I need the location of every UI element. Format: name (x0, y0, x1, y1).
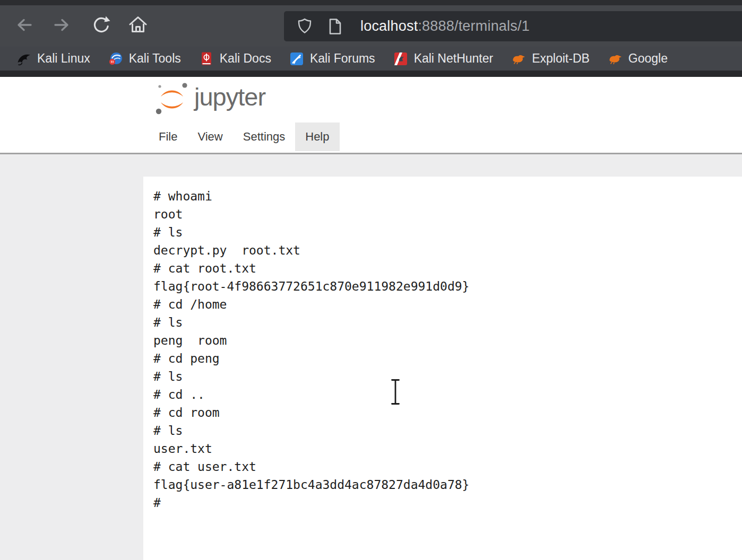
bookmark-label: Google (628, 51, 668, 66)
terminal-line: root (153, 205, 742, 223)
kali-tools-icon (108, 51, 123, 66)
chrome-bottom-strip (0, 71, 742, 77)
jupyter-logo-icon (155, 81, 189, 118)
shield-permissions-icon[interactable] (296, 18, 314, 36)
terminal-line: # cd peng (153, 349, 742, 368)
bookmark-label: Kali Docs (220, 51, 271, 66)
menu-settings[interactable]: Settings (233, 122, 296, 151)
menu-file-label: File (159, 130, 177, 144)
terminal-line-user-flag: flag{user-a81e1f271bc4a3dd4ac87827da4d0a… (153, 476, 742, 494)
url-bar[interactable]: localhost:8888/terminals/1 (284, 11, 742, 41)
forward-arrow-icon (51, 14, 72, 38)
bookmarks-bar: Kali Linux Kali Tools (0, 47, 742, 71)
menu-help-label: Help (305, 130, 329, 144)
browser-chrome: localhost:8888/terminals/1 Kali Linux (0, 0, 742, 77)
terminal-line-root-flag: flag{root-4f98663772651c870e911982e991d0… (153, 277, 742, 295)
home-icon (127, 14, 149, 38)
bookmark-label: Exploit-DB (532, 51, 590, 66)
jupyter-logo[interactable]: jupyter (155, 81, 265, 118)
terminal-line: # cd .. (153, 386, 742, 404)
terminal-line: # ls (153, 422, 742, 440)
menu-view-label: View (197, 130, 222, 144)
menu-file[interactable]: File (149, 122, 187, 151)
terminal-line: peng room (153, 331, 742, 349)
bookmark-label: Kali Tools (129, 51, 181, 66)
kali-dragon-icon (16, 51, 31, 66)
jupyter-header: jupyter File View Settings Help (0, 77, 742, 154)
bookmark-kali-linux[interactable]: Kali Linux (7, 47, 99, 71)
back-arrow-icon (14, 14, 35, 38)
browser-toolbar: localhost:8888/terminals/1 (0, 5, 742, 47)
reload-button[interactable] (87, 12, 115, 40)
terminal-panel[interactable]: # whoami root # ls decrypt.py root.txt #… (143, 177, 742, 560)
kali-forums-icon (289, 51, 304, 66)
terminal-line: # cat root.txt (153, 259, 742, 277)
page-content: # whoami root # ls decrypt.py root.txt #… (0, 154, 742, 560)
bookmark-google-ghdb[interactable]: Google (599, 47, 677, 71)
terminal-line: # whoami (153, 187, 742, 205)
url-host: localhost (360, 18, 418, 34)
terminal-line: # ls (153, 223, 742, 241)
terminal-line: # cd room (153, 404, 742, 422)
menu-settings-label: Settings (243, 130, 286, 144)
bookmark-kali-nethunter[interactable]: Kali NetHunter (384, 47, 503, 71)
terminal-line: user.txt (153, 440, 742, 458)
terminal-line: # ls (153, 313, 742, 331)
bookmark-label: Kali Forums (310, 51, 375, 66)
window-top-strip (0, 0, 742, 5)
reload-icon (90, 14, 111, 38)
terminal-line: # cat user.txt (153, 458, 742, 476)
bookmark-label: Kali NetHunter (414, 51, 494, 66)
menu-view[interactable]: View (187, 122, 232, 151)
page-info-icon[interactable] (326, 18, 343, 36)
bookmark-kali-forums[interactable]: Kali Forums (280, 47, 384, 71)
forward-button[interactable] (48, 12, 75, 40)
exploit-db-bird-icon (511, 51, 526, 66)
home-button[interactable] (124, 12, 152, 40)
back-button[interactable] (11, 12, 38, 40)
url-path: :8888/terminals/1 (418, 18, 530, 34)
menu-help[interactable]: Help (295, 122, 339, 151)
url-text[interactable]: localhost:8888/terminals/1 (360, 18, 530, 34)
terminal-line-prompt: # (153, 494, 742, 512)
bookmark-exploit-db[interactable]: Exploit-DB (502, 47, 599, 71)
ghdb-bird-icon (608, 51, 623, 66)
jupyter-menubar: File View Settings Help (149, 122, 340, 151)
jupyter-logo-text: jupyter (194, 82, 265, 111)
bookmark-kali-docs[interactable]: Kali Docs (190, 47, 280, 71)
kali-nethunter-icon (393, 51, 408, 66)
ibeam-cursor (389, 378, 402, 408)
terminal-line: # cd /home (153, 295, 742, 313)
bookmark-kali-tools[interactable]: Kali Tools (99, 47, 190, 71)
terminal-line: decrypt.py root.txt (153, 241, 742, 259)
bookmark-label: Kali Linux (37, 51, 90, 66)
kali-docs-icon (199, 51, 214, 66)
terminal-line: # ls (153, 368, 742, 386)
